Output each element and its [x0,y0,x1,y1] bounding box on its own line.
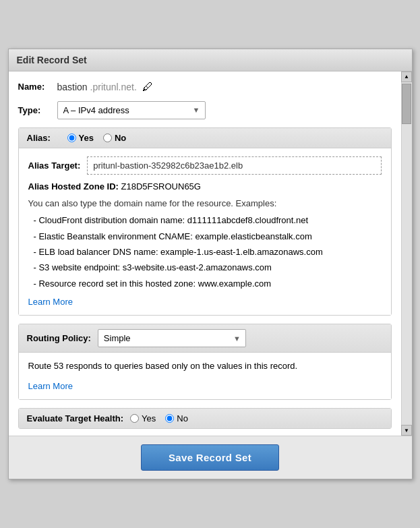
evaluate-radio-group: Yes No [130,413,188,423]
list-item: Resource record set in this hosted zone:… [34,276,382,291]
evaluate-no-label: No [177,413,188,423]
routing-section: Routing Policy: SimpleWeightedLatencyFai… [18,324,392,400]
evaluate-section: Evaluate Target Health: Yes No [18,408,392,429]
alias-body: Alias Target: Alias Hosted Zone ID: Z18D… [19,148,391,315]
name-label: Name: [18,82,52,92]
save-record-set-button[interactable]: Save Record Set [141,444,279,471]
routing-description: Route 53 responds to queries based only … [28,361,382,371]
footer: Save Record Set [9,436,412,479]
alias-target-input[interactable] [87,156,381,175]
evaluate-yes-option[interactable]: Yes [130,413,156,423]
alias-label: Alias: [27,133,61,143]
list-item: S3 website endpoint: s3-website.us-east-… [34,260,382,275]
alias-no-radio[interactable] [103,134,112,142]
alias-section: Alias: Yes No Alias Target: [18,127,392,316]
alias-no-option[interactable]: No [103,133,126,143]
alias-target-label: Alias Target: [28,160,81,171]
name-value: bastion .pritunl.net. [57,82,137,92]
alias-learn-more-link[interactable]: Learn More [28,297,73,307]
routing-learn-more-link[interactable]: Learn More [28,381,73,391]
scroll-thumb[interactable] [402,84,411,124]
routing-header: Routing Policy: SimpleWeightedLatencyFai… [19,324,391,353]
name-row: Name: bastion .pritunl.net. 🖊 [18,81,392,93]
scroll-down-button[interactable]: ▼ [401,425,412,436]
evaluate-header: Evaluate Target Health: Yes No [19,409,391,428]
list-item: ELB load balancer DNS name: example-1.us… [34,244,382,260]
alias-hz-row: Alias Hosted Zone ID: Z18D5FSROUN65G [28,181,382,192]
window-title: Edit Record Set [9,49,412,71]
alias-yes-option[interactable]: Yes [67,133,94,143]
list-item: CloudFront distribution domain name: d11… [34,212,382,228]
name-host: bastion [57,82,88,92]
alias-no-label: No [115,133,126,143]
evaluate-yes-label: Yes [142,413,156,423]
evaluate-yes-radio[interactable] [130,414,139,423]
type-label: Type: [18,105,52,115]
edit-record-set-window: Edit Record Set Name: bastion .pritunl.n… [8,49,413,479]
alias-yes-label: Yes [79,133,94,143]
scrollbar[interactable]: ▲ ▼ [401,71,412,436]
routing-select[interactable]: SimpleWeightedLatencyFailoverGeolocation… [98,329,246,347]
alias-target-row: Alias Target: [28,156,382,175]
routing-label: Routing Policy: [27,333,91,343]
list-item: Elastic Beanstalk environment CNAME: exa… [34,229,382,244]
evaluate-no-radio[interactable] [165,414,174,423]
edit-icon[interactable]: 🖊 [142,81,153,93]
routing-body: Route 53 responds to queries based only … [19,353,391,399]
evaluate-label: Evaluate Target Health: [27,413,124,423]
alias-header: Alias: Yes No [19,128,391,148]
type-select[interactable]: A – IPv4 addressAAAA – IPv6 addressCNAME… [57,101,206,119]
alias-yes-radio[interactable] [67,134,76,142]
evaluate-no-option[interactable]: No [165,413,188,423]
scroll-up-button[interactable]: ▲ [401,71,412,82]
type-select-wrapper: A – IPv4 addressAAAA – IPv6 addressCNAME… [57,101,206,119]
name-domain: .pritunl.net. [88,82,137,92]
routing-select-wrapper: SimpleWeightedLatencyFailoverGeolocation… [98,329,246,347]
type-row: Type: A – IPv4 addressAAAA – IPv6 addres… [18,101,392,119]
alias-examples-list: CloudFront distribution domain name: d11… [34,212,382,291]
alias-description: You can also type the domain name for th… [28,197,382,210]
alias-hz-value: Z18D5FSROUN65G [121,181,200,192]
alias-hz-label: Alias Hosted Zone ID: [28,181,119,192]
main-content: Name: bastion .pritunl.net. 🖊 Type: A – … [9,71,401,436]
alias-radio-group: Yes No [67,133,127,143]
